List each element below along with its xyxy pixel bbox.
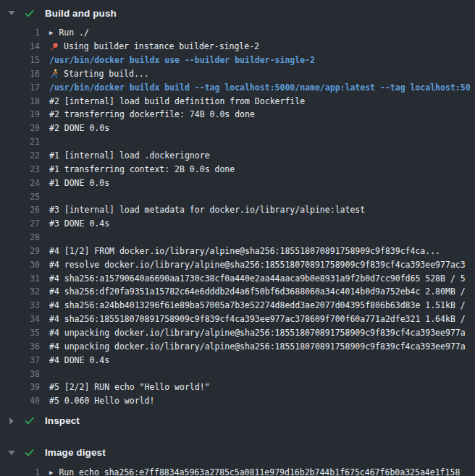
log-text: #1 [internal] load .dockerignore: [40, 150, 475, 161]
log-text: #4 [1/2] FROM docker.io/library/alpine@s…: [40, 246, 475, 256]
line-number[interactable]: 20: [0, 123, 40, 133]
line-number[interactable]: 14: [0, 41, 40, 51]
log-text: #5 [2/2] RUN echo "Hello world!": [40, 382, 475, 392]
log-line: 36#4 unpacking docker.io/library/alpine@…: [0, 339, 475, 353]
log-text: #3 DONE 0.4s: [40, 218, 475, 229]
section-title: Image digest: [45, 447, 106, 458]
log-text: #2 [internal] load build definition from…: [40, 96, 475, 106]
log-text: Using builder instance builder-single-2: [40, 41, 475, 51]
log-text: #4 unpacking docker.io/library/alpine@sh…: [40, 328, 475, 338]
log-text: ▶Run echo sha256:e7ff8834a5963a2785c5a08…: [40, 467, 475, 476]
log-line: 16Starting build...: [0, 67, 475, 81]
log-line: 18#2 [internal] load build definition fr…: [0, 94, 475, 108]
log-line: 33#4 sha256:a24bb4013296f61e89ba57005a7b…: [0, 299, 475, 313]
log-line: 19#2 transferring dockerfile: 74B 0.0s d…: [0, 108, 475, 122]
line-number[interactable]: 34: [0, 314, 40, 324]
success-check-icon: [24, 447, 35, 458]
log-text: #4 unpacking docker.io/library/alpine@sh…: [40, 341, 475, 352]
log-section-inspect: Inspect: [0, 408, 475, 434]
line-number[interactable]: 32: [0, 286, 40, 297]
line-number[interactable]: 29: [0, 246, 40, 256]
log-line: 37#4 DONE 0.4s: [0, 353, 475, 367]
log-text: #3 [internal] load metadata for docker.i…: [40, 205, 475, 215]
log-text: #2 transferring dockerfile: 74B 0.0s don…: [40, 109, 475, 119]
pushpin-icon: [49, 42, 59, 51]
log-text-command: /usr/bin/docker buildx use --builder bui…: [40, 55, 475, 65]
line-number[interactable]: 35: [0, 328, 40, 338]
section-header[interactable]: Build and push: [0, 0, 475, 26]
line-number[interactable]: 24: [0, 178, 40, 188]
log-text: #4 DONE 0.4s: [40, 355, 475, 365]
line-number[interactable]: 18: [0, 96, 40, 106]
log-line: 39#5 [2/2] RUN echo "Hello world!": [0, 381, 475, 394]
section-header[interactable]: Inspect: [0, 408, 475, 434]
log-text: #1 DONE 0.0s: [40, 178, 475, 188]
log-text: #4 sha256:a15790640a6690aa1730c38cf0a440…: [40, 273, 475, 284]
line-number[interactable]: 40: [0, 396, 40, 406]
line-number[interactable]: 22: [0, 150, 40, 161]
workflow-log-viewer: Build and push1▶Run ./14Using builder in…: [0, 0, 475, 476]
line-number[interactable]: 27: [0, 218, 40, 229]
log-line: 34#4 sha256:185518070891758909c9f839cf4c…: [0, 313, 475, 326]
line-number[interactable]: 38: [0, 369, 40, 379]
line-number[interactable]: 16: [0, 69, 40, 79]
line-number[interactable]: 15: [0, 55, 40, 65]
log-line: 40#5 0.060 Hello world!: [0, 394, 475, 408]
line-number[interactable]: 30: [0, 260, 40, 270]
log-line: 38: [0, 367, 475, 381]
log-section-build-and-push: Build and push1▶Run ./14Using builder in…: [0, 0, 475, 408]
log-text-command: /usr/bin/docker buildx build --tag local…: [40, 82, 475, 93]
line-number[interactable]: 25: [0, 192, 40, 202]
line-number[interactable]: 39: [0, 382, 40, 392]
line-number[interactable]: 33: [0, 300, 40, 310]
log-text: ▶Run ./: [40, 27, 475, 38]
log-line: 14Using builder instance builder-single-…: [0, 40, 475, 54]
log-text: #4 resolve docker.io/library/alpine@sha2…: [40, 260, 475, 270]
line-number[interactable]: 23: [0, 164, 40, 174]
success-check-icon: [24, 8, 35, 19]
log-line: 20#2 DONE 0.0s: [0, 122, 475, 135]
log-text: #4 sha256:185518070891758909c9f839cf4ca3…: [40, 314, 475, 324]
line-number[interactable]: 28: [0, 232, 40, 242]
log-section-image-digest: Image digest1▶Run echo sha256:e7ff8834a5…: [0, 440, 475, 476]
log-line: 25: [0, 190, 475, 203]
log-lines: 1▶Run ./14Using builder instance builder…: [0, 26, 475, 408]
log-line: 21: [0, 135, 475, 149]
log-line: 17/usr/bin/docker buildx build --tag loc…: [0, 80, 475, 94]
group-expander-icon[interactable]: ▶: [49, 30, 53, 36]
log-line: 32#4 sha256:df20fa9351a15782c64e6dddb2d4…: [0, 285, 475, 299]
log-line: 27#3 DONE 0.4s: [0, 217, 475, 231]
line-number[interactable]: 31: [0, 273, 40, 284]
line-number[interactable]: 26: [0, 205, 40, 215]
line-number[interactable]: 17: [0, 82, 40, 93]
chevron-down-icon: [7, 451, 17, 455]
log-text: #2 DONE 0.0s: [40, 123, 475, 133]
line-number[interactable]: 37: [0, 355, 40, 365]
log-line: 23#1 transferring context: 2B 0.0s done: [0, 162, 475, 176]
section-header[interactable]: Image digest: [0, 440, 475, 466]
line-number[interactable]: 19: [0, 109, 40, 119]
line-number[interactable]: 1: [0, 27, 40, 38]
log-line: 35#4 unpacking docker.io/library/alpine@…: [0, 326, 475, 340]
log-line: 30#4 resolve docker.io/library/alpine@sh…: [0, 258, 475, 271]
runner-icon: [49, 69, 59, 78]
chevron-down-icon: [7, 11, 17, 15]
line-number[interactable]: 1: [0, 467, 40, 476]
line-number[interactable]: 36: [0, 341, 40, 352]
log-text: #4 sha256:a24bb4013296f61e89ba57005a7b3e…: [40, 300, 475, 310]
success-check-icon: [24, 415, 35, 426]
line-number[interactable]: 21: [0, 137, 40, 147]
section-title: Inspect: [45, 415, 80, 426]
log-line: 24#1 DONE 0.0s: [0, 176, 475, 190]
log-text: #5 0.060 Hello world!: [40, 396, 475, 406]
log-line: 1▶Run echo sha256:e7ff8834a5963a2785c5a0…: [0, 466, 475, 476]
log-line: 28: [0, 231, 475, 245]
log-line: 22#1 [internal] load .dockerignore: [0, 149, 475, 163]
group-expander-icon[interactable]: ▶: [49, 469, 53, 476]
log-line: 1▶Run ./: [0, 26, 475, 40]
log-text: #4 sha256:df20fa9351a15782c64e6dddb2d4a6…: [40, 286, 475, 297]
log-line: 15/usr/bin/docker buildx use --builder b…: [0, 54, 475, 67]
log-text: #1 transferring context: 2B 0.0s done: [40, 164, 475, 174]
chevron-right-icon: [7, 417, 17, 425]
log-text: Starting build...: [40, 69, 475, 79]
